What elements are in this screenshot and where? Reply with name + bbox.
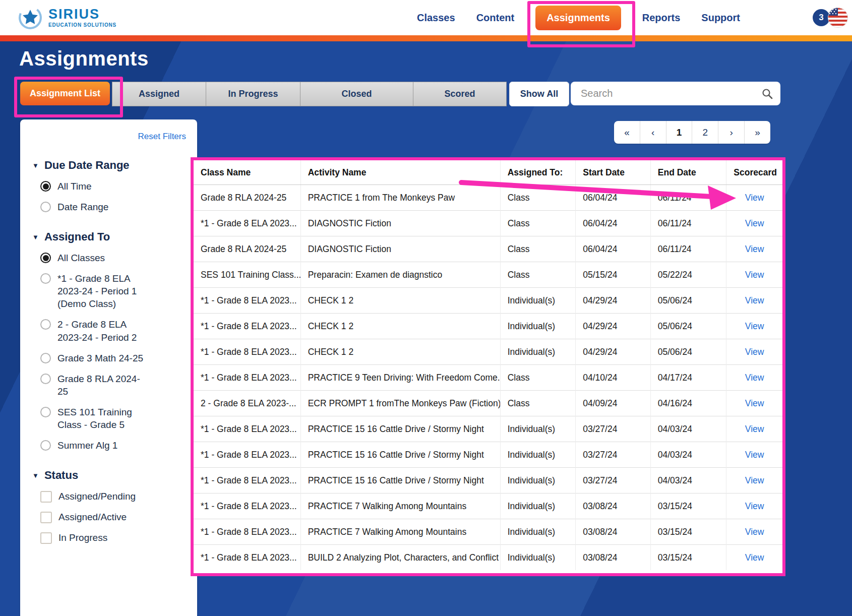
table-cell: PRACTICE 15 16 Cattle Drive / Stormy Nig… — [300, 416, 500, 442]
next-page-button[interactable]: › — [718, 121, 744, 144]
view-scorecard-link[interactable]: View — [745, 295, 764, 305]
tab-in-progress[interactable]: In Progress — [206, 82, 300, 106]
table-cell: 04/29/24 — [576, 339, 651, 365]
show-all-button[interactable]: Show All — [509, 82, 569, 106]
table-cell: 04/29/24 — [576, 288, 651, 314]
radio-option-grade-3-math-24-25[interactable]: Grade 3 Math 24-25 — [40, 352, 188, 364]
last-page-button[interactable]: » — [744, 121, 770, 144]
first-page-button[interactable]: « — [614, 121, 640, 144]
tab-assigned[interactable]: Assigned — [112, 82, 206, 106]
table-cell: 03/15/24 — [650, 494, 726, 519]
table-cell: *1 - Grade 8 ELA 2023... — [194, 519, 300, 545]
radio-option-2-grade-8-ela-2023-24-period-2[interactable]: 2 - Grade 8 ELA 2023-24 - Period 2 — [40, 318, 188, 343]
table-cell: Preparacin: Examen de diagnstico — [300, 262, 500, 288]
table-cell: Class — [500, 365, 576, 391]
nav-item-reports[interactable]: Reports — [642, 12, 681, 24]
radio-control[interactable] — [40, 374, 51, 384]
radio-option-all-classes[interactable]: All Classes — [40, 252, 188, 264]
option-label: Grade 8 RLA 2024-25 — [57, 373, 144, 398]
user-avatar[interactable] — [828, 8, 848, 28]
view-scorecard-link[interactable]: View — [745, 527, 764, 537]
nav-item-support[interactable]: Support — [701, 12, 740, 24]
view-scorecard-link[interactable]: View — [745, 373, 764, 383]
brand-logo[interactable]: SIRIUS EDUCATION SOLUTIONS — [0, 6, 116, 30]
table-cell: SES 101 Training Class... — [194, 262, 300, 288]
checkbox-control[interactable] — [40, 532, 52, 544]
radio-option-grade-8-rla-2024-25[interactable]: Grade 8 RLA 2024-25 — [40, 373, 188, 398]
option-label: Date Range — [57, 201, 108, 213]
tab-closed[interactable]: Closed — [300, 82, 413, 106]
checkbox-option-assigned-pending[interactable]: Assigned/Pending — [40, 490, 188, 503]
filter-section-header-due-date-range[interactable]: ▼Due Date Range — [29, 159, 188, 172]
view-scorecard-link[interactable]: View — [745, 270, 764, 280]
table-row: *1 - Grade 8 ELA 2023...PRACTICE 15 16 C… — [194, 468, 782, 494]
brand-stripe — [0, 35, 852, 41]
collapse-triangle-icon: ▼ — [32, 162, 39, 169]
radio-option-1-grade-8-ela-2023-24-period-1-demo-class[interactable]: *1 - Grade 8 ELA 2023-24 - Period 1 (Dem… — [40, 272, 188, 310]
prev-page-button[interactable]: ‹ — [640, 121, 666, 144]
radio-option-date-range[interactable]: Date Range — [40, 201, 188, 213]
column-header-start-date: Start Date — [576, 160, 651, 185]
table-cell-scorecard: View — [726, 262, 782, 288]
table-row: *1 - Grade 8 ELA 2023...PRACTICE 15 16 C… — [194, 442, 782, 468]
view-scorecard-link[interactable]: View — [745, 193, 764, 203]
radio-control[interactable] — [40, 181, 51, 192]
column-header-class-name: Class Name — [194, 160, 300, 185]
table-cell: *1 - Grade 8 ELA 2023... — [194, 314, 300, 339]
brand-name: SIRIUS — [48, 8, 116, 21]
search-icon[interactable] — [761, 88, 773, 100]
tab-scored[interactable]: Scored — [413, 82, 507, 106]
view-scorecard-link[interactable]: View — [745, 552, 764, 563]
tab-assignment-list[interactable]: Assignment List — [20, 82, 110, 105]
search-input[interactable] — [580, 87, 761, 100]
radio-option-all-time[interactable]: All Time — [40, 180, 188, 193]
checkbox-option-in-progress[interactable]: In Progress — [40, 531, 188, 544]
checkbox-option-assigned-active[interactable]: Assigned/Active — [40, 511, 188, 523]
option-label: 2 - Grade 8 ELA 2023-24 - Period 2 — [57, 318, 144, 343]
table-cell-scorecard: View — [726, 545, 782, 571]
radio-option-ses-101-training-class-grade-5[interactable]: SES 101 Training Class - Grade 5 — [40, 406, 188, 431]
view-scorecard-link[interactable]: View — [745, 501, 764, 511]
table-row: *1 - Grade 8 ELA 2023...PRACTICE 7 Walki… — [194, 519, 782, 545]
table-cell-scorecard: View — [726, 288, 782, 314]
radio-control[interactable] — [40, 253, 51, 263]
table-cell: 03/27/24 — [576, 468, 651, 494]
nav-item-classes[interactable]: Classes — [417, 12, 455, 24]
view-scorecard-link[interactable]: View — [745, 450, 764, 460]
view-scorecard-link[interactable]: View — [745, 398, 764, 408]
radio-control[interactable] — [40, 202, 51, 212]
radio-control[interactable] — [40, 273, 51, 284]
table-cell: *1 - Grade 8 ELA 2023... — [194, 288, 300, 314]
table-cell-scorecard: View — [726, 365, 782, 391]
view-scorecard-link[interactable]: View — [745, 424, 764, 434]
checkbox-control[interactable] — [40, 491, 52, 503]
table-cell: Class — [500, 391, 576, 416]
nav-item-content[interactable]: Content — [476, 12, 515, 24]
radio-control[interactable] — [40, 440, 51, 451]
table-row: *1 - Grade 8 ELA 2023...CHECK 1 2Individ… — [194, 314, 782, 339]
filter-section-header-status[interactable]: ▼Status — [29, 469, 188, 482]
table-cell: 04/29/24 — [576, 314, 651, 339]
nav-item-assignments[interactable]: Assignments — [535, 6, 621, 30]
view-scorecard-link[interactable]: View — [745, 475, 764, 485]
filter-section-header-assigned-to[interactable]: ▼Assigned To — [29, 230, 188, 243]
view-scorecard-link[interactable]: View — [745, 244, 764, 254]
tab-strip: AssignedIn ProgressClosedScored — [112, 82, 507, 105]
table-cell: 04/09/24 — [576, 391, 651, 416]
table-cell-scorecard: View — [726, 519, 782, 545]
option-label: *1 - Grade 8 ELA 2023-24 - Period 1 (Dem… — [57, 272, 144, 310]
checkbox-control[interactable] — [40, 512, 52, 523]
view-scorecard-link[interactable]: View — [745, 347, 764, 357]
reset-filters-link[interactable]: Reset Filters — [29, 132, 186, 142]
view-scorecard-link[interactable]: View — [745, 321, 764, 331]
page-number-button[interactable]: 1 — [666, 121, 692, 144]
table-cell-scorecard: View — [726, 468, 782, 494]
notification-badge[interactable]: 3 — [813, 9, 830, 26]
radio-option-summer-alg-1[interactable]: Summer Alg 1 — [40, 439, 188, 452]
radio-control[interactable] — [40, 407, 51, 417]
view-scorecard-link[interactable]: View — [745, 218, 764, 228]
table-cell: Individual(s) — [500, 288, 576, 314]
radio-control[interactable] — [40, 319, 51, 330]
page-number-button[interactable]: 2 — [692, 121, 718, 144]
radio-control[interactable] — [40, 353, 51, 363]
